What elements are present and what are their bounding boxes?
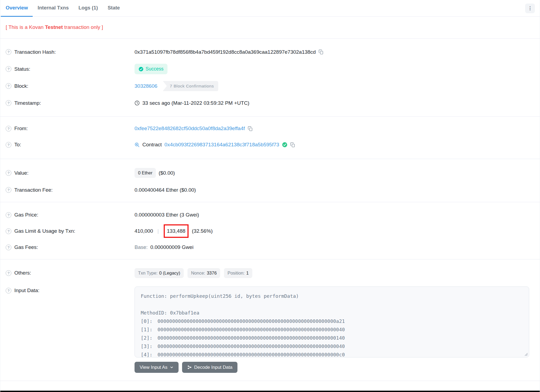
help-icon[interactable]: ?	[6, 288, 11, 293]
decode-icon	[187, 365, 192, 370]
help-icon[interactable]: ?	[6, 126, 11, 131]
block-row: ? Block: 30328606 7 Block Confirmations	[0, 77, 540, 94]
from-address-link[interactable]: 0xfee7522e8482682cf50ddc50a0f8da2a39effa…	[135, 126, 245, 131]
input-methodid-line: MethodID: 0x7bbaf1ea	[141, 309, 523, 317]
input-data-row: ? Input Data: Function: performUpkeep(ui…	[0, 284, 540, 373]
help-icon[interactable]: ?	[6, 245, 11, 250]
copy-icon[interactable]	[290, 142, 295, 147]
position-badge: Position: 1	[224, 268, 252, 278]
input-hex-row: [2]:000000000000000000000000000000000000…	[141, 334, 523, 342]
gas-fees-base-label: Base:	[135, 244, 148, 250]
to-address-link[interactable]: 0x4cb093f226983713164a62138c3f718a5b595f…	[165, 142, 279, 148]
txn-type-badge: Txn Type: 0 (Legacy)	[135, 268, 184, 278]
block-number-link[interactable]: 30328606	[135, 83, 157, 89]
section-hash-status-block-time: ? Transaction Hash: 0x371a51097fb78df856…	[0, 39, 540, 116]
chevron-down-icon	[170, 366, 173, 369]
tab-bar: Overview Internal Txns Logs (1) State ⋮	[0, 0, 540, 17]
others-row: ? Others: Txn Type: 0 (Legacy) Nonce: 33…	[0, 265, 540, 281]
to-label-group: ? To:	[0, 142, 135, 148]
status-label: Status:	[14, 66, 30, 72]
gas-fees-base-value: 0.000000009 Gwei	[150, 244, 194, 250]
kebab-icon: ⋮	[528, 5, 532, 11]
gas-price-label: Gas Price:	[14, 212, 38, 218]
input-data-label-group: ? Input Data:	[0, 284, 135, 293]
block-label-group: ? Block:	[0, 83, 135, 89]
section-gas: ? Gas Price: 0.000000003 Ether (3 Gwei) …	[0, 202, 540, 259]
input-data-label: Input Data:	[14, 288, 39, 293]
kebab-menu-button[interactable]: ⋮	[525, 4, 535, 13]
to-label: To:	[14, 142, 21, 148]
gas-fees-row: ? Gas Fees: Base: 0.000000009 Gwei	[0, 239, 540, 255]
tab-logs[interactable]: Logs (1)	[73, 0, 103, 17]
input-function-line: Function: performUpkeep(uint256 id, byte…	[141, 292, 523, 300]
gas-price-value: 0.000000003 Ether (3 Gwei)	[135, 212, 199, 218]
others-label: Others:	[14, 270, 31, 276]
tab-internal-txns[interactable]: Internal Txns	[33, 0, 73, 17]
help-icon[interactable]: ?	[6, 100, 11, 106]
section-others-input: ? Others: Txn Type: 0 (Legacy) Nonce: 33…	[0, 259, 540, 381]
zoom-in-icon[interactable]	[135, 142, 140, 147]
to-contract-prefix: Contract	[142, 142, 162, 148]
block-confirmations-badge: 7 Block Confirmations	[163, 81, 218, 91]
gas-used-percent: (32.56%)	[192, 228, 213, 234]
help-icon[interactable]: ?	[6, 270, 11, 276]
gas-fees-label: Gas Fees:	[14, 244, 38, 250]
ether-value-badge: 0 Ether	[135, 168, 156, 178]
gas-limit-value: 410,000	[135, 228, 153, 234]
success-check-icon	[139, 67, 143, 72]
divider	[0, 381, 540, 381]
gas-fees-label-group: ? Gas Fees:	[0, 244, 135, 250]
transaction-fee-value: 0.000400464 Ether ($0.00)	[135, 187, 196, 193]
status-badge: Success	[135, 64, 167, 74]
gas-limit-label: Gas Limit & Usage by Txn:	[14, 228, 75, 234]
help-icon[interactable]: ?	[6, 83, 11, 89]
nonce-badge: Nonce: 3376	[187, 268, 220, 278]
value-label: Value:	[14, 170, 28, 176]
status-row: ? Status: Success	[0, 60, 540, 77]
input-hex-row: [0]:000000000000000000000000000000000000…	[141, 317, 523, 325]
block-label: Block:	[14, 83, 28, 89]
resize-handle-icon[interactable]	[524, 352, 528, 356]
help-icon[interactable]: ?	[6, 66, 11, 72]
timestamp-label: Timestamp:	[14, 100, 41, 106]
from-label: From:	[14, 126, 28, 131]
help-icon[interactable]: ?	[6, 49, 11, 55]
others-label-group: ? Others:	[0, 270, 135, 276]
gas-used-value: 133,488	[167, 228, 186, 234]
clock-icon	[135, 100, 140, 106]
value-row: ? Value: 0 Ether ($0.00)	[0, 164, 540, 181]
value-label-group: ? Value:	[0, 170, 135, 176]
verified-check-icon	[282, 142, 287, 147]
status-label-group: ? Status:	[0, 66, 135, 72]
transaction-hash-label: Transaction Hash:	[14, 49, 56, 55]
help-icon[interactable]: ?	[6, 187, 11, 193]
help-icon[interactable]: ?	[6, 228, 11, 234]
gas-price-label-group: ? Gas Price:	[0, 212, 135, 218]
input-hex-row: [1]:000000000000000000000000000000000000…	[141, 325, 523, 334]
transaction-hash-value: 0x371a51097fb78df856f8b4a7bd459f192d8cc8…	[135, 49, 316, 55]
timestamp-value: 33 secs ago (Mar-11-2022 03:59:32 PM +UT…	[142, 100, 249, 106]
tab-state[interactable]: State	[103, 0, 125, 17]
transaction-hash-row: ? Transaction Hash: 0x371a51097fb78df856…	[0, 43, 540, 60]
copy-icon[interactable]	[248, 126, 253, 131]
to-row: ? To: Contract 0x4cb093f226983713164a621…	[0, 137, 540, 153]
help-icon[interactable]: ?	[6, 170, 11, 176]
help-icon[interactable]: ?	[6, 142, 11, 148]
status-badge-text: Success	[146, 66, 163, 72]
gas-limit-row: ? Gas Limit & Usage by Txn: 410,000 | 13…	[0, 223, 540, 239]
window-bottom-edge	[0, 391, 540, 392]
gas-price-row: ? Gas Price: 0.000000003 Ether (3 Gwei)	[0, 207, 540, 223]
tab-overview[interactable]: Overview	[1, 0, 33, 17]
input-data-box[interactable]: Function: performUpkeep(uint256 id, byte…	[135, 286, 529, 357]
annotation-highlight-box: 133,488	[164, 224, 189, 238]
decode-input-data-button[interactable]: Decode Input Data	[182, 362, 238, 373]
transaction-hash-label-group: ? Transaction Hash:	[0, 49, 135, 55]
copy-icon[interactable]	[318, 49, 324, 55]
view-input-as-button[interactable]: View Input As	[135, 362, 179, 373]
section-from-to: ? From: 0xfee7522e8482682cf50ddc50a0f8da…	[0, 117, 540, 159]
transaction-fee-label: Transaction Fee:	[14, 187, 53, 193]
testnet-notice-bold: Testnet	[45, 24, 63, 30]
help-icon[interactable]: ?	[6, 212, 11, 218]
input-hex-row: [3]:000000000000000000000000000000000000…	[141, 342, 523, 350]
testnet-notice: [ This is a Kovan Testnet transaction on…	[0, 17, 540, 38]
